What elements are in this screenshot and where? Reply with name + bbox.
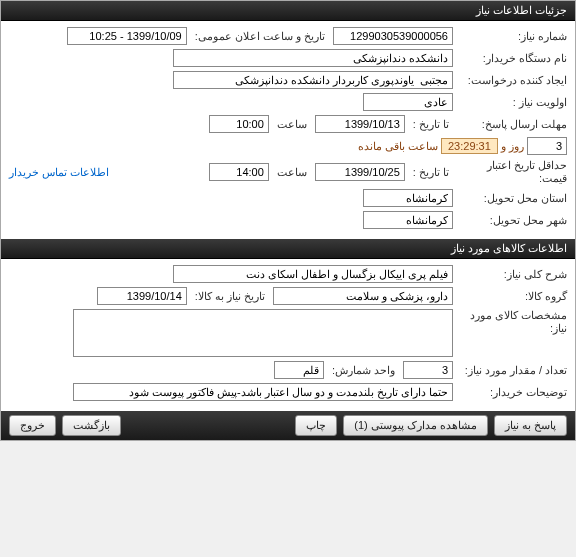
exit-button[interactable]: خروج: [9, 415, 56, 436]
page-container: جزئیات اطلاعات نیاز شماره نیاز: تاریخ و …: [0, 0, 576, 441]
section2-body: شرح کلی نیاز: گروه کالا: تاریخ نیاز به ک…: [1, 259, 575, 411]
note-label: توضیحات خریدار:: [457, 386, 567, 399]
province-field[interactable]: [363, 189, 453, 207]
desc-label: شرح کلی نیاز:: [457, 268, 567, 281]
priority-label: اولویت نیاز :: [457, 96, 567, 109]
need-no-label: شماره نیاز:: [457, 30, 567, 43]
unit-label: واحد شمارش:: [328, 364, 399, 377]
back-button[interactable]: بازگشت: [62, 415, 121, 436]
contact-link[interactable]: اطلاعات تماس خریدار: [9, 166, 109, 179]
to-date-field[interactable]: [315, 115, 405, 133]
attachments-button[interactable]: مشاهده مدارک پیوستی (1): [343, 415, 488, 436]
creator-label: ایجاد کننده درخواست:: [457, 74, 567, 87]
to-time-field[interactable]: [209, 115, 269, 133]
buyer-label: نام دستگاه خریدار:: [457, 52, 567, 65]
desc-field[interactable]: [173, 265, 453, 283]
print-button[interactable]: چاپ: [295, 415, 337, 436]
spec-label: مشخصات کالای مورد نیاز:: [457, 309, 567, 335]
unit-field[interactable]: [274, 361, 324, 379]
city-field[interactable]: [363, 211, 453, 229]
city-label: شهر محل تحویل:: [457, 214, 567, 227]
min-credit-label: حداقل تاریخ اعتبار قیمت:: [457, 159, 567, 185]
hour-label-2: ساعت: [273, 166, 311, 179]
hour-label-1: ساعت: [273, 118, 311, 131]
days-word: روز و: [501, 140, 524, 152]
group-field[interactable]: [273, 287, 453, 305]
section2-title: اطلاعات کالاهای مورد نیاز: [451, 242, 567, 254]
deadline-label: مهلت ارسال پاسخ:: [457, 118, 567, 131]
spec-field[interactable]: [73, 309, 453, 357]
remaining-time: روز و 23:29:31 ساعت باقی مانده: [358, 137, 567, 155]
to-date-label-2: تا تاریخ :: [409, 166, 453, 179]
need-date-label: تاریخ نیاز به کالا:: [191, 290, 269, 303]
announce-field[interactable]: [67, 27, 187, 45]
qty-field[interactable]: [403, 361, 453, 379]
time-left-box: 23:29:31: [441, 138, 498, 154]
to-date-label: تا تاریخ :: [409, 118, 453, 131]
note-field[interactable]: [73, 383, 453, 401]
qty-label: تعداد / مقدار مورد نیاز:: [457, 364, 567, 377]
reply-button[interactable]: پاسخ به نیاز: [494, 415, 567, 436]
section2-header: اطلاعات کالاهای مورد نیاز: [1, 239, 575, 259]
section1-title: جزئیات اطلاعات نیاز: [476, 4, 567, 16]
remain-suffix: ساعت باقی مانده: [358, 140, 438, 152]
buyer-field[interactable]: [173, 49, 453, 67]
priority-field[interactable]: [363, 93, 453, 111]
need-no-field[interactable]: [333, 27, 453, 45]
announce-label: تاریخ و ساعت اعلان عمومی:: [191, 30, 329, 43]
section1-body: شماره نیاز: تاریخ و ساعت اعلان عمومی: نا…: [1, 21, 575, 239]
button-bar: پاسخ به نیاز مشاهده مدارک پیوستی (1) چاپ…: [1, 411, 575, 440]
province-label: استان محل تحویل:: [457, 192, 567, 205]
min-to-time-field[interactable]: [209, 163, 269, 181]
creator-field[interactable]: [173, 71, 453, 89]
group-label: گروه کالا:: [457, 290, 567, 303]
days-left-field[interactable]: [527, 137, 567, 155]
need-date-field[interactable]: [97, 287, 187, 305]
section1-header: جزئیات اطلاعات نیاز: [1, 1, 575, 21]
min-to-date-field[interactable]: [315, 163, 405, 181]
